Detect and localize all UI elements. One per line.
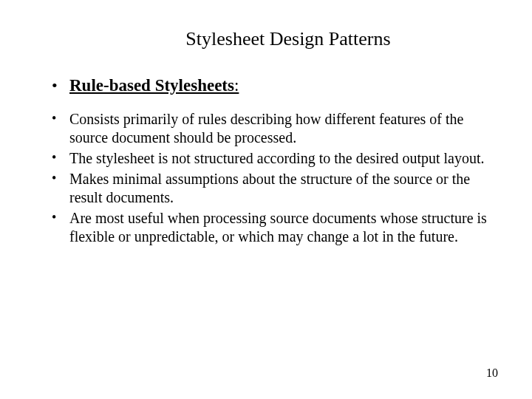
list-item: Are most useful when processing source d… (52, 209, 488, 247)
section-colon: : (234, 76, 239, 95)
page-number: 10 (486, 366, 498, 380)
list-item: The stylesheet is not structured accordi… (52, 149, 488, 168)
section-heading: Rule-based Stylesheets (69, 76, 234, 95)
section-list: Rule-based Stylesheets: (52, 75, 488, 97)
section-item: Rule-based Stylesheets: (52, 75, 488, 97)
list-item: Consists primarily of rules describing h… (52, 110, 488, 148)
body-list: Consists primarily of rules describing h… (52, 110, 488, 247)
slide: Stylesheet Design Patterns Rule-based St… (0, 0, 532, 399)
list-item: Makes minimal assumptions about the stru… (52, 170, 488, 208)
page-title: Stylesheet Design Patterns (89, 28, 488, 50)
